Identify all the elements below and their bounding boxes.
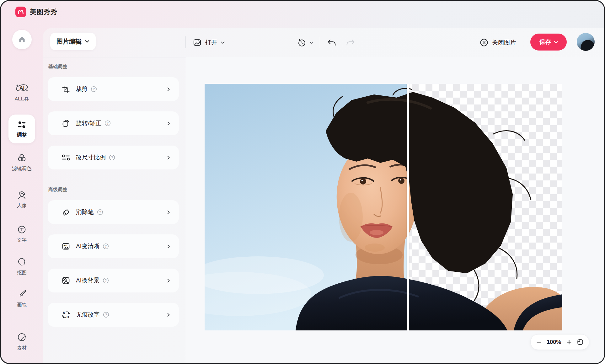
svg-text:?: ? xyxy=(93,87,95,91)
chevron-right-icon xyxy=(166,313,171,317)
save-button[interactable]: 保存 xyxy=(530,34,567,51)
tool-card-resize[interactable]: 改尺寸比例 ? xyxy=(48,146,179,169)
resize-ratio-icon xyxy=(62,154,70,161)
open-label: 打开 xyxy=(205,39,217,47)
user-avatar[interactable] xyxy=(577,33,595,51)
sidebar-item-brush[interactable]: 画笔 xyxy=(1,289,43,308)
section-title-basic: 基础调整 xyxy=(48,64,186,70)
save-label: 保存 xyxy=(539,38,551,46)
help-icon[interactable]: ? xyxy=(109,154,115,161)
fit-screen-icon xyxy=(577,339,584,345)
chevron-right-icon xyxy=(166,278,171,283)
history-dropdown-chevron[interactable] xyxy=(309,41,313,44)
section-title-advanced: 高级调整 xyxy=(48,187,186,193)
open-image-button[interactable]: 打开 xyxy=(193,28,225,57)
ai-tools-icon: AI xyxy=(15,83,29,93)
tool-label: AI换背景 xyxy=(76,276,99,285)
home-button[interactable] xyxy=(12,30,32,49)
tool-label: 无痕改字 xyxy=(76,311,100,319)
sidebar-item-label: 滤镜调色 xyxy=(12,165,32,172)
tool-card-rotate[interactable]: 旋转/矫正 ? xyxy=(48,111,179,135)
toolbar: 图片编辑 打开 xyxy=(43,28,604,57)
tool-card-ai-text-edit[interactable]: AB 无痕改字 ? xyxy=(48,303,179,327)
ai-background-icon xyxy=(62,276,70,285)
hd-enhance-icon: HD xyxy=(62,242,70,251)
edit-mode-dropdown[interactable]: 图片编辑 xyxy=(50,33,96,50)
rotate-icon xyxy=(62,119,70,128)
chevron-down-icon xyxy=(554,41,558,44)
help-icon[interactable]: ? xyxy=(103,312,109,318)
sidebar-item-label: AI工具 xyxy=(15,96,29,102)
chevron-right-icon xyxy=(166,244,171,249)
sidebar-item-label: 素材 xyxy=(17,345,27,351)
app-window: 美图秀秀 AI AI工具 调整 滤镜调色 人像 文字 抠图 xyxy=(0,0,605,364)
sidebar-item-text[interactable]: 文字 xyxy=(1,225,43,244)
crop-icon xyxy=(62,85,70,94)
text-icon xyxy=(17,225,27,234)
brush-icon xyxy=(17,289,27,299)
toolbar-divider xyxy=(320,37,320,48)
svg-text:?: ? xyxy=(105,313,107,317)
history-cluster xyxy=(297,28,355,57)
tool-label: AI变清晰 xyxy=(76,242,99,250)
sidebar-item-label: 抠图 xyxy=(17,270,27,276)
help-icon[interactable]: ? xyxy=(103,243,109,249)
help-icon[interactable]: ? xyxy=(91,86,97,92)
zoom-in-button[interactable] xyxy=(566,339,572,345)
undo-icon xyxy=(327,39,337,47)
sidebar-item-materials[interactable]: 素材 xyxy=(1,332,43,351)
home-icon xyxy=(18,35,26,44)
close-image-label: 关闭图片 xyxy=(492,39,516,47)
tools-panel: 基础调整 裁剪 ? 旋转/矫正 ? xyxy=(43,57,186,363)
sidebar-item-ai-tools[interactable]: AI AI工具 xyxy=(1,83,43,102)
svg-text:HD: HD xyxy=(63,244,67,247)
sidebar-item-label: 人像 xyxy=(17,202,27,209)
adjust-sliders-icon xyxy=(17,120,27,130)
toolbar-separator xyxy=(185,36,186,48)
chevron-down-icon xyxy=(309,41,313,44)
edit-mode-label: 图片编辑 xyxy=(56,37,82,46)
sidebar-item-cutout[interactable]: 抠图 xyxy=(1,257,43,276)
left-sidebar: AI AI工具 调整 滤镜调色 人像 文字 抠图 画笔 xyxy=(1,23,43,363)
tool-card-crop[interactable]: 裁剪 ? xyxy=(48,77,179,101)
image-icon xyxy=(193,38,202,47)
minus-icon xyxy=(536,339,542,345)
tool-card-eraser[interactable]: 消除笔 ? xyxy=(48,200,179,224)
help-icon[interactable]: ? xyxy=(104,120,111,126)
zoom-out-button[interactable] xyxy=(536,339,542,345)
close-circle-icon xyxy=(479,38,489,47)
fit-to-screen-button[interactable] xyxy=(577,339,584,345)
chevron-right-icon xyxy=(166,87,171,92)
portrait-icon xyxy=(17,190,27,200)
sidebar-item-filters[interactable]: 滤镜调色 xyxy=(1,153,43,172)
svg-text:A: A xyxy=(62,311,65,315)
tool-label: 裁剪 xyxy=(76,85,88,93)
chevron-right-icon xyxy=(166,210,171,215)
canvas-area: 100% xyxy=(186,57,604,363)
photo-canvas[interactable] xyxy=(205,84,562,330)
tool-card-ai-enhance[interactable]: HD AI变清晰 ? xyxy=(48,234,179,258)
history-button[interactable] xyxy=(297,38,306,47)
redo-button[interactable] xyxy=(345,39,355,47)
redo-icon xyxy=(345,39,355,47)
eraser-icon xyxy=(62,208,70,217)
help-icon[interactable]: ? xyxy=(103,277,109,284)
cutout-icon xyxy=(17,257,27,267)
sidebar-item-adjust[interactable]: 调整 xyxy=(8,115,35,143)
plus-icon xyxy=(566,339,572,345)
close-image-button[interactable]: 关闭图片 xyxy=(479,28,516,57)
tool-label: 改尺寸比例 xyxy=(76,153,106,162)
sidebar-item-label: 文字 xyxy=(17,237,27,244)
chevron-right-icon xyxy=(166,121,171,126)
undo-button[interactable] xyxy=(327,39,337,47)
sidebar-item-label: 调整 xyxy=(17,132,27,138)
help-icon[interactable]: ? xyxy=(97,209,103,215)
svg-text:AI: AI xyxy=(19,85,24,91)
sidebar-item-label: 画笔 xyxy=(17,302,27,308)
tool-card-ai-background[interactable]: AI换背景 ? xyxy=(48,269,179,292)
main-panel: 图片编辑 打开 xyxy=(43,28,604,363)
text-swap-icon: AB xyxy=(62,310,70,319)
sidebar-item-portrait[interactable]: 人像 xyxy=(1,190,43,209)
svg-text:?: ? xyxy=(99,210,101,214)
sticker-icon xyxy=(17,332,27,342)
